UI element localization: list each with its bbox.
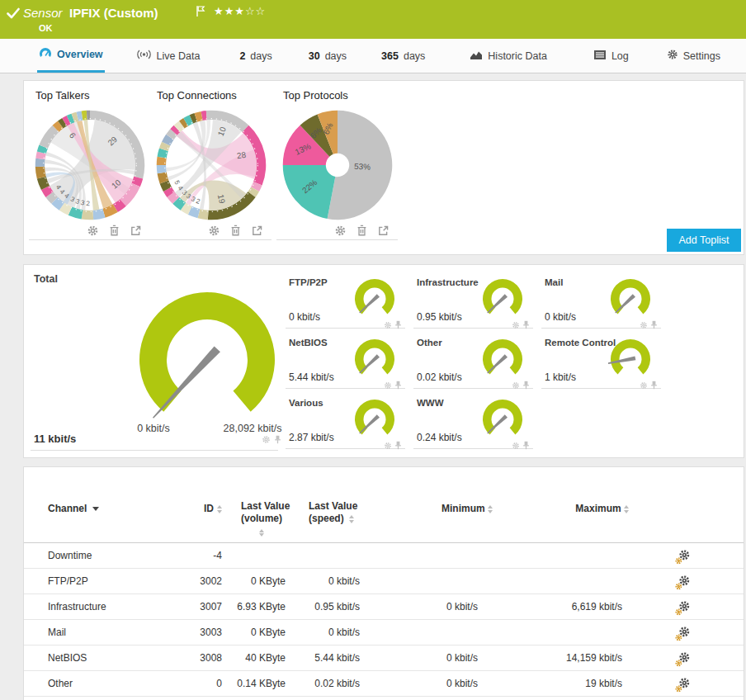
gauge-cell-infrastructure: Infrastructure0.95 kbit/s [413,272,533,329]
gauge-pin-icon[interactable] [650,320,658,329]
gauge-pin-icon[interactable] [394,320,402,329]
gauge-gear-icon[interactable] [384,442,392,450]
rating-stars[interactable]: ★★★☆☆ [214,5,266,17]
sort-arrows-icon [259,529,264,537]
gauge-gear-icon[interactable] [512,442,520,450]
gauge-gear-icon[interactable] [640,321,648,329]
top-protocols-pie-chart[interactable]: 53%22%13%6%6% [279,106,396,224]
sensor-kind-label: Sensor [23,6,63,20]
open-toplist-icon[interactable] [251,225,263,237]
sensor-status-text: OK [39,23,53,33]
gauge-cell-netbios: NetBIOS5.44 kbit/s [286,332,405,389]
log-list-icon [593,50,607,63]
gauge-cell-label: Other [417,338,442,348]
gauge-cell-value: 5.44 kbit/s [289,371,334,383]
channel-maximum: 19 kbit/s [523,671,622,697]
gauge-gear-icon[interactable] [640,381,648,390]
open-toplist-icon[interactable] [130,225,142,237]
toplist-title: Top Protocols [276,89,398,102]
channel-settings-icon[interactable] [675,651,690,667]
tab-settings[interactable]: Settings [665,39,722,73]
channel-last-value-volume: 0.14 KByte [228,671,286,697]
gauge-cell-label: Various [289,398,323,408]
column-header-last-value-volume[interactable]: Last Value (volume) [241,500,290,537]
column-header-last-value-speed[interactable]: Last Value (speed) [309,500,357,525]
tab-historic-data[interactable]: Historic Data [468,39,549,73]
delete-toplist-icon[interactable] [356,224,368,237]
channel-settings-icon[interactable] [675,677,690,693]
open-toplist-icon[interactable] [377,225,390,237]
gauge-pin-icon[interactable] [522,320,530,329]
channels-table-header: Channel ID Last Value (volume) Last Valu… [24,467,744,543]
edit-toplist-icon[interactable] [87,225,99,237]
tab-2-days[interactable]: 2days [238,39,273,73]
edit-toplist-icon[interactable] [334,225,347,237]
gauge-cell-dial [352,277,397,322]
svg-text:53%: 53% [353,162,371,172]
sort-arrows-icon [624,505,629,513]
channel-last-value-volume: 6.93 KByte [228,594,286,620]
channel-settings-icon[interactable] [675,600,690,616]
status-ok-check-icon [7,7,20,22]
tab-log[interactable]: Log [592,39,630,73]
gauge-cell-label: Infrastructure [417,277,479,287]
toplist-top-protocols: Top Protocols 53%22%13%6%6% [276,89,398,240]
toplist-top-talkers: Top Talkers 291062333444 [29,89,150,240]
gauge-cell-value: 1 kbit/s [545,371,576,383]
gauge-cell-value: 0.02 kbit/s [417,371,462,383]
gauge-cell-value: 2.87 kbit/s [289,432,334,443]
channels-table-panel: Channel ID Last Value (volume) Last Valu… [23,466,744,700]
gauge-cell-www: WWW0.24 kbit/s [413,392,533,449]
flag-icon[interactable] [196,5,205,21]
column-header-minimum[interactable]: Minimum [395,503,493,514]
table-row-netbios: NetBIOS300840 KByte5.44 kbit/s0 kbit/s14… [24,646,744,671]
top-connections-chord-chart[interactable]: 102819233345 [153,106,270,224]
gauge-gear-icon[interactable] [384,381,392,390]
gauge-cell-dial [352,338,397,382]
gauge-cell-mail: Mail0 kbit/s [541,272,661,329]
gauge-cell-dial [352,398,397,442]
gauge-gear-icon[interactable] [512,321,520,329]
channel-name: FTP/P2P [48,569,88,594]
gauge-gear-icon[interactable] [512,381,520,390]
sort-arrows-icon [349,515,354,523]
gauge-gear-icon[interactable] [262,435,271,444]
gauge-gear-icon[interactable] [384,321,392,329]
channel-last-value-volume: 40 KByte [228,646,286,671]
tab-30-days[interactable]: 30days [307,39,348,73]
channel-last-value-volume: 0 KByte [228,569,286,594]
channel-name: Mail [48,620,66,646]
gauge-cell-label: WWW [417,398,444,408]
channel-id: -4 [139,543,222,569]
column-header-id[interactable]: ID [139,503,222,514]
channel-name: Other [48,671,73,697]
tab-live-data[interactable]: Live Data [135,39,202,73]
channel-gauge-grid: FTP/P2P0 kbit/sInfrastructure0.95 kbit/s… [284,265,673,459]
channel-maximum: 14,159 kbit/s [523,646,622,671]
page-header: Sensor IPFIX (Custom) ★★★☆☆ OK [0,0,746,39]
channel-settings-icon[interactable] [675,575,690,590]
column-header-channel[interactable]: Channel [48,503,99,514]
delete-toplist-icon[interactable] [229,224,242,237]
table-row-other: Other00.14 KByte0.02 kbit/s0 kbit/s19 kb… [24,671,744,697]
channel-minimum: 0 kbit/s [395,646,478,671]
gauge-pin-icon[interactable] [650,381,658,390]
edit-toplist-icon[interactable] [208,225,220,237]
sort-caret-icon [92,507,99,511]
delete-toplist-icon[interactable] [108,224,120,237]
gauge-pin-icon[interactable] [394,381,402,390]
tab-bar: Overview Live Data 2days 30days 365days … [0,39,746,73]
table-row-ftp-p2p: FTP/P2P30020 KByte0 kbit/s [24,569,744,594]
top-talkers-chord-chart[interactable]: 291062333444 [31,106,149,224]
tab-365-days[interactable]: 365days [380,39,427,73]
gauge-pin-icon[interactable] [394,441,402,450]
gauge-pin-icon[interactable] [522,441,530,450]
gauge-pin-icon[interactable] [522,381,530,390]
tab-overview[interactable]: Overview [37,39,105,73]
channel-last-value-speed: 0 kbit/s [302,569,360,594]
add-toplist-button[interactable]: Add Toplist [667,229,741,252]
gauge-pin-icon[interactable] [274,435,281,444]
column-header-maximum[interactable]: Maximum [523,503,629,514]
channel-settings-icon[interactable] [675,626,690,641]
channel-settings-icon[interactable] [675,549,690,565]
